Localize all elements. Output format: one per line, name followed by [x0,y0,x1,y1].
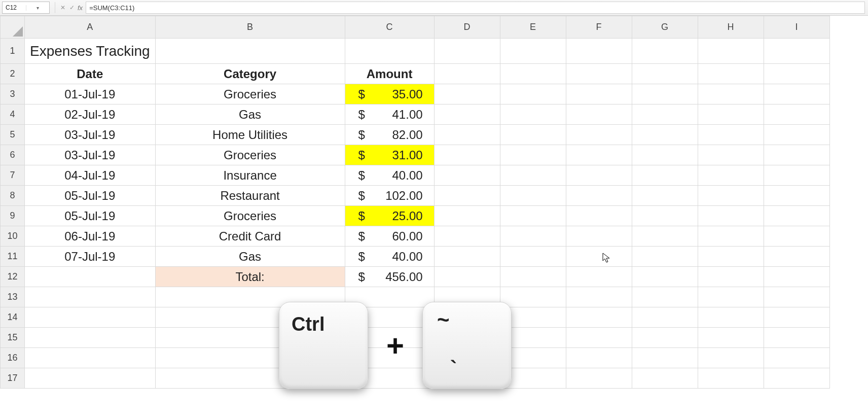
col-header-C[interactable]: C [345,16,434,39]
cell-A8[interactable]: 05-Jul-19 [25,186,156,206]
cell-B3[interactable]: Groceries [155,84,345,104]
cell-A3[interactable]: 01-Jul-19 [25,84,156,104]
currency-icon: $ [356,229,365,243]
cell-G1[interactable] [632,39,698,64]
cell-A4[interactable]: 02-Jul-19 [25,104,156,125]
currency-icon: $ [356,189,365,203]
cell-B4[interactable]: Gas [155,104,345,125]
formula-text: =SUM(C3:C11) [89,4,134,12]
cell-C1[interactable] [345,39,434,64]
cell-G2[interactable] [632,64,698,84]
col-header-I[interactable]: I [764,16,829,39]
cell-C11[interactable]: $40.00 [345,247,434,267]
cell-C6[interactable]: $31.00 [345,145,434,165]
ctrl-key-label: Ctrl [292,313,324,335]
cell-A11[interactable]: 07-Jul-19 [25,247,156,267]
col-header-F[interactable]: F [566,16,632,39]
col-header-D[interactable]: D [434,16,500,39]
cell-B2[interactable]: Category [155,64,345,84]
row-header-10[interactable]: 10 [1,226,25,247]
cell-F1[interactable] [566,39,632,64]
row-header-9[interactable]: 9 [1,206,25,226]
cell-A10[interactable]: 06-Jul-19 [25,226,156,247]
row-header-2[interactable]: 2 [1,64,25,84]
row-header-11[interactable]: 11 [1,247,25,267]
amount-value: 82.00 [392,128,423,142]
currency-icon: $ [356,87,365,101]
cell-I2[interactable] [764,64,829,84]
cell-C2[interactable]: Amount [345,64,434,84]
col-header-E[interactable]: E [500,16,566,39]
col-header-B[interactable]: B [155,16,345,39]
cell-B11[interactable]: Gas [155,247,345,267]
name-box-dropdown-icon[interactable]: ▾ [26,5,50,11]
cell-C5[interactable]: $82.00 [345,125,434,145]
cell-C12[interactable]: $456.00 [345,267,434,287]
row-header-6[interactable]: 6 [1,145,25,165]
row-header-7[interactable]: 7 [1,165,25,186]
cell-D1[interactable] [434,39,500,64]
cell-C7[interactable]: $40.00 [345,165,434,186]
select-all-corner[interactable] [1,16,25,39]
cell-H2[interactable] [698,64,764,84]
row-header-3[interactable]: 3 [1,84,25,104]
name-box[interactable]: C12 ▾ [2,2,50,14]
cell-A1[interactable]: Expenses Tracking [25,39,156,64]
formula-input[interactable]: =SUM(C3:C11) [86,2,865,14]
row-header-8[interactable]: 8 [1,186,25,206]
row-1: 1 Expenses Tracking [1,39,830,64]
row-header-13[interactable]: 13 [1,287,25,307]
row-4: 4 02-Jul-19 Gas $41.00 [1,104,830,125]
row-header-16[interactable]: 16 [1,348,25,368]
cell-B12[interactable]: Total: [155,267,345,287]
cell-B9[interactable]: Groceries [155,206,345,226]
cell-E1[interactable] [500,39,566,64]
cell-C8[interactable]: $102.00 [345,186,434,206]
row-header-12[interactable]: 12 [1,267,25,287]
row-header-15[interactable]: 15 [1,328,25,348]
col-header-G[interactable]: G [632,16,698,39]
currency-icon: $ [356,168,365,183]
row-header-4[interactable]: 4 [1,104,25,125]
formula-bar: C12 ▾ ✕ ✓ fx =SUM(C3:C11) [0,0,868,16]
cell-B8[interactable]: Restaurant [155,186,345,206]
enter-icon[interactable]: ✓ [69,4,75,11]
cell-A5[interactable]: 03-Jul-19 [25,125,156,145]
row-8: 8 05-Jul-19 Restaurant $102.00 [1,186,830,206]
col-header-H[interactable]: H [698,16,764,39]
column-headers: A B C D E F G H I [1,16,830,39]
amount-value: 102.00 [385,189,422,203]
cell-H1[interactable] [698,39,764,64]
currency-icon: $ [356,209,365,223]
cell-A12[interactable] [25,267,156,287]
fx-icon[interactable]: fx [78,4,83,12]
cell-A2[interactable]: Date [25,64,156,84]
row-10: 10 06-Jul-19 Credit Card $60.00 [1,226,830,247]
row-header-5[interactable]: 5 [1,125,25,145]
row-header-1[interactable]: 1 [1,39,25,64]
cell-C10[interactable]: $60.00 [345,226,434,247]
cell-B7[interactable]: Insurance [155,165,345,186]
cell-B10[interactable]: Credit Card [155,226,345,247]
col-header-A[interactable]: A [25,16,156,39]
cell-A6[interactable]: 03-Jul-19 [25,145,156,165]
amount-value: 25.00 [392,209,423,223]
cell-E2[interactable] [500,64,566,84]
cell-C4[interactable]: $41.00 [345,104,434,125]
cell-A7[interactable]: 04-Jul-19 [25,165,156,186]
cell-B1[interactable] [155,39,345,64]
cancel-icon[interactable]: ✕ [60,4,65,11]
cell-D2[interactable] [434,64,500,84]
amount-value: 41.00 [392,108,423,122]
cell-F2[interactable] [566,64,632,84]
cell-A9[interactable]: 05-Jul-19 [25,206,156,226]
amount-value: 31.00 [392,148,423,162]
row-header-14[interactable]: 14 [1,307,25,328]
currency-icon: $ [356,250,365,264]
cell-I1[interactable] [764,39,829,64]
cell-C9[interactable]: $25.00 [345,206,434,226]
cell-C3[interactable]: $35.00 [345,84,434,104]
row-header-17[interactable]: 17 [1,368,25,389]
cell-B6[interactable]: Groceries [155,145,345,165]
cell-B5[interactable]: Home Utilities [155,125,345,145]
